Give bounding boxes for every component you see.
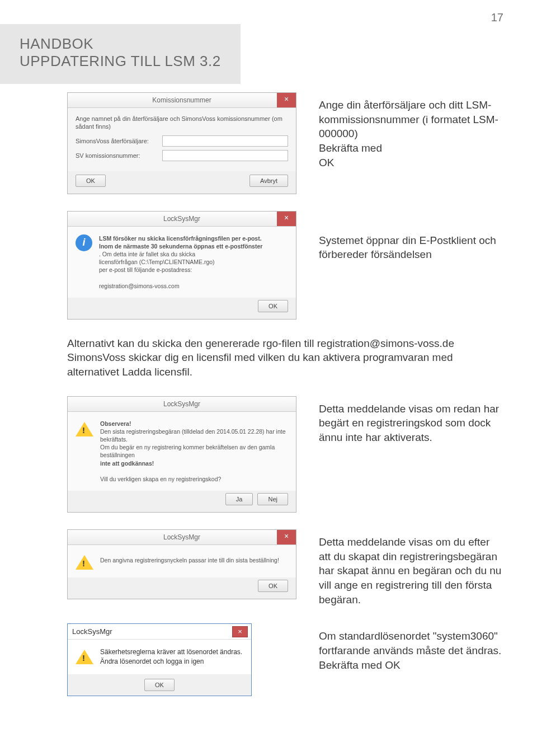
ok-button[interactable]: OK	[76, 175, 106, 187]
dlg5-line2: Ändra lösenordet och logga in igen	[100, 658, 204, 665]
section-3: LockSysMgr Observera! Den sista registre…	[67, 396, 503, 513]
dlg2-line3: . Om detta inte är fallet ska du skicka	[99, 251, 195, 257]
dialog-body-text: Observera! Den sista registreringsbegära…	[100, 420, 288, 483]
warning-icon	[76, 555, 93, 570]
close-icon[interactable]: ×	[232, 626, 248, 637]
mid-text-1: Alternativt kan du skicka den genererade…	[67, 337, 454, 349]
section-1: Komissionsnummer × Ange namnet på din åt…	[67, 92, 503, 194]
dialog-title-text: LockSysMgr	[163, 400, 200, 408]
section5-text-2: Bekräfta med OK	[319, 659, 401, 671]
field-reseller-label: SimonsVoss återförsäljare:	[76, 138, 162, 144]
section4-description: Detta meddelande visas om du efter att d…	[319, 529, 503, 607]
field-commission-label: SV komissionsnummer:	[76, 152, 162, 159]
close-icon[interactable]: ×	[277, 530, 296, 544]
dialog-title-text: LockSysMgr	[163, 533, 200, 541]
section-5: LockSysMgr × Säkerhetsreglerna kräver at…	[67, 623, 503, 696]
section-2: LockSysMgr × i LSM försöker nu skicka li…	[67, 211, 503, 320]
dialog-title: LockSysMgr ×	[68, 624, 251, 640]
dialog-title: LockSysMgr ×	[68, 212, 296, 227]
section2-description: Systemet öppnar din E-Postklient och för…	[319, 211, 503, 262]
warning-icon	[76, 422, 93, 436]
dialog-title: Komissionsnummer ×	[68, 93, 296, 108]
dialog-locksysmgr-warn: LockSysMgr × Den angivna registreringsny…	[67, 529, 296, 599]
dlg3-line3: Om du begär en ny registrering kommer be…	[100, 444, 275, 458]
title-line-2: UPPDATERING TILL LSM 3.2	[20, 53, 221, 70]
dialog-locksysmgr-password: LockSysMgr × Säkerhetsreglerna kräver at…	[67, 623, 252, 696]
title-block: HANDBOK UPPDATERING TILL LSM 3.2	[0, 24, 241, 84]
ok-button[interactable]: OK	[258, 300, 288, 312]
cancel-button[interactable]: Avbryt	[249, 175, 288, 187]
section5-description: Om standardlösenordet "system3060" fortf…	[274, 623, 503, 672]
field-commission-input[interactable]	[162, 150, 288, 161]
dialog-locksysmgr-info: LockSysMgr × i LSM försöker nu skicka li…	[67, 211, 296, 320]
dlg2-line6: registration@simons-voss.com	[99, 283, 180, 289]
section3-description: Detta meddelande visas om redan har begä…	[319, 396, 503, 445]
dlg3-line4: inte att godkännas!	[100, 460, 154, 467]
section5-text-1: Om standardlösenordet "system3060" fortf…	[319, 630, 501, 656]
dialog-title-text: LockSysMgr	[72, 627, 112, 636]
dlg3-line1: Observera!	[100, 420, 131, 427]
dialog-body-text: Säkerhetsreglerna kräver att lösenordet …	[100, 647, 242, 666]
section-4: LockSysMgr × Den angivna registreringsny…	[67, 529, 503, 607]
dialog-body-text: Den angivna registreringsnyckeln passar …	[100, 553, 279, 570]
mid-text-2: SimonsVoss skickar dig en licensfil med …	[67, 351, 453, 378]
dlg2-line4: licensförfrågan (C:\Temp\CLIENTNAME.rgo)	[99, 259, 215, 265]
dialog-title-text: LockSysMgr	[163, 215, 200, 223]
dlg2-line2: Inom de närmaste 30 sekunderna öppnas et…	[99, 243, 262, 250]
dialog-body-text: LSM försöker nu skicka licensförfrågning…	[99, 234, 262, 290]
ok-button[interactable]: OK	[144, 679, 175, 691]
dialog-title: LockSysMgr	[68, 397, 296, 412]
close-icon[interactable]: ×	[277, 212, 296, 226]
dialog-kommissionsnummer: Komissionsnummer × Ange namnet på din åt…	[67, 92, 296, 194]
section1-text-3: OK	[319, 157, 334, 168]
dialog-body-text: Ange namnet på din återförsäljare och Si…	[76, 115, 288, 131]
warning-icon	[76, 650, 93, 664]
yes-button[interactable]: Ja	[225, 493, 253, 505]
dialog-title-text: Komissionsnummer	[152, 96, 211, 104]
title-line-1: HANDBOK	[20, 35, 221, 53]
close-icon[interactable]: ×	[277, 93, 296, 107]
dlg5-line1: Säkerhetsreglerna kräver att lösenordet …	[100, 648, 242, 656]
section1-text-1: Ange din återförsäljare och ditt LSM-kom…	[319, 99, 498, 139]
dialog-title: LockSysMgr ×	[68, 530, 296, 545]
dlg2-line1: LSM försöker nu skicka licensförfrågning…	[99, 235, 262, 242]
mid-paragraph: Alternativt kan du skicka den genererade…	[67, 336, 503, 379]
dlg3-line2: Den sista registreringsbegäran (tilldela…	[100, 428, 286, 443]
section1-text-2: Bekräfta med	[319, 142, 382, 154]
field-reseller-input[interactable]	[162, 135, 288, 147]
no-button[interactable]: Nej	[257, 493, 288, 505]
dialog-locksysmgr-observe: LockSysMgr Observera! Den sista registre…	[67, 396, 296, 513]
section1-description: Ange din återförsäljare och ditt LSM-kom…	[319, 92, 503, 170]
dlg2-line5: per e-post till följande e-postadress:	[99, 266, 192, 273]
dlg3-line5: Vill du verkligen skapa en ny registreri…	[100, 476, 221, 482]
info-icon: i	[76, 234, 92, 251]
page-number: 17	[0, 0, 537, 24]
ok-button[interactable]: OK	[258, 580, 288, 592]
